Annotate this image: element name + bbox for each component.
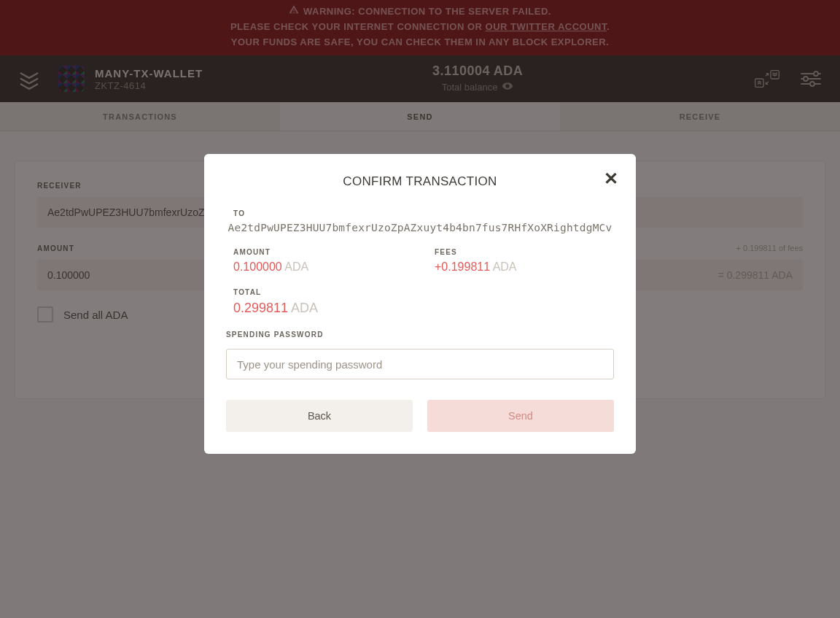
total-value: 0.299811 ADA xyxy=(226,301,614,316)
amount-label-m: AMOUNT xyxy=(226,248,413,256)
spending-password-input[interactable] xyxy=(226,349,614,379)
to-label: TO xyxy=(226,209,614,217)
password-label: SPENDING PASSWORD xyxy=(226,331,614,339)
to-address: Ae2tdPwUPEZ3HUU7bmfexrUzoZpAZxuyt4b4bn7f… xyxy=(226,222,614,233)
modal-title: CONFIRM TRANSACTION xyxy=(226,174,614,189)
modal-overlay: CONFIRM TRANSACTION ✕ TO Ae2tdPwUPEZ3HUU… xyxy=(0,0,840,618)
send-button[interactable]: Send xyxy=(427,400,614,432)
total-label-m: TOTAL xyxy=(226,288,614,296)
back-button[interactable]: Back xyxy=(226,400,413,432)
fees-label-m: FEES xyxy=(427,248,614,256)
fees-value: +0.199811 ADA xyxy=(427,260,614,274)
confirm-transaction-modal: CONFIRM TRANSACTION ✕ TO Ae2tdPwUPEZ3HUU… xyxy=(204,154,636,454)
amount-value: 0.100000 ADA xyxy=(226,260,413,274)
close-icon[interactable]: ✕ xyxy=(604,170,618,188)
